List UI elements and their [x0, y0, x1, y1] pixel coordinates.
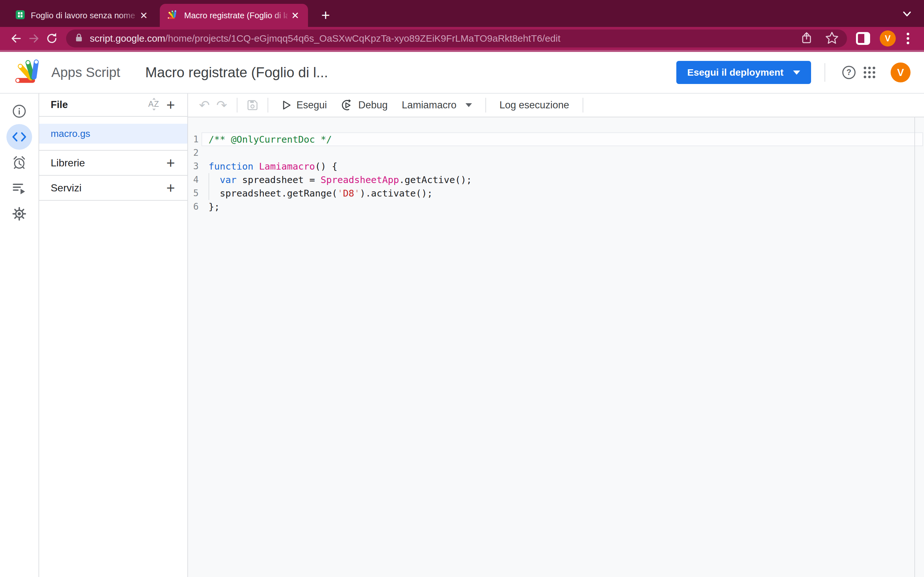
tab-search-chevron-down-icon[interactable]: [901, 10, 913, 20]
forward-icon[interactable]: [25, 29, 43, 47]
browser-window: Foglio di lavoro senza nome - F ✕ Macro …: [0, 0, 924, 577]
editor-toolbar: ↶ ↷ Esegui Debug Lamiamacro: [188, 93, 924, 117]
execution-log-label: Log esecuzione: [499, 99, 569, 111]
url-bar-actions: [801, 31, 838, 45]
file-panel: File A Z + macro.gs Librerie + Serviz: [39, 93, 188, 577]
rail-settings-gear-icon[interactable]: [6, 201, 32, 227]
toolbar-divider: [583, 98, 583, 113]
code-line: [208, 146, 911, 160]
rail-executions-icon[interactable]: [6, 175, 32, 201]
deploy-button-label: Esegui il deployment: [687, 67, 783, 78]
new-tab-button[interactable]: +: [317, 6, 335, 24]
deploy-caret-icon: [793, 71, 800, 75]
share-icon[interactable]: [801, 31, 813, 45]
browser-tab-sheets[interactable]: Foglio di lavoro senza nome - F ✕: [8, 4, 157, 27]
product-name[interactable]: Apps Script: [51, 65, 120, 80]
code-line: /** @OnlyCurrentDoc */: [208, 133, 911, 146]
services-label: Servizi: [51, 182, 162, 194]
browser-avatar[interactable]: V: [880, 31, 896, 47]
deploy-button[interactable]: Esegui il deployment: [676, 61, 811, 84]
account-avatar[interactable]: V: [891, 63, 911, 82]
toolbar-divider: [268, 98, 268, 113]
execution-log-button[interactable]: Log esecuzione: [493, 95, 576, 115]
app-header: Apps Script Macro registrate (Foglio di …: [0, 52, 924, 93]
rail-editor-code-icon[interactable]: [6, 124, 32, 150]
add-library-plus-icon[interactable]: +: [162, 154, 179, 171]
apps-script-icon: [167, 10, 178, 21]
rail-triggers-alarm-clock-icon[interactable]: [6, 150, 32, 175]
code-line: var spreadsheet = SpreadsheetApp.getActi…: [208, 173, 911, 187]
file-item-macro-gs[interactable]: macro.gs: [39, 124, 187, 143]
url-bar[interactable]: script.google.com/home/projects/1CQ-eGjm…: [66, 29, 847, 47]
back-icon[interactable]: [7, 29, 25, 47]
line-numbers: 123456: [188, 133, 199, 213]
run-button[interactable]: Esegui: [275, 95, 334, 115]
header-divider: [825, 63, 825, 82]
run-label: Esegui: [296, 99, 327, 111]
side-rail: [0, 93, 39, 577]
main-content: File A Z + macro.gs Librerie + Serviz: [0, 93, 924, 577]
svg-text:Z: Z: [154, 99, 159, 108]
file-list-gap: [39, 143, 187, 151]
lock-icon: [74, 33, 83, 44]
url-domain: script.google.com: [90, 33, 165, 44]
side-panel-icon[interactable]: [854, 29, 872, 47]
browser-tab-apps-script[interactable]: Macro registrate (Foglio di lavo ✕: [160, 4, 308, 27]
debug-label: Debug: [359, 99, 388, 111]
url-path: /home/projects/1CQ-eGjmqq54q6s_OaSXwCqKp…: [165, 33, 561, 44]
browser-menu-icon[interactable]: [899, 29, 917, 47]
redo-icon[interactable]: ↷: [213, 99, 230, 111]
toolbar-divider: [237, 98, 237, 113]
libraries-section: Librerie +: [39, 151, 187, 176]
code-line: function Lamiamacro() {: [208, 160, 911, 173]
help-icon[interactable]: ?: [838, 62, 859, 83]
header-actions: Esegui il deployment ? V: [676, 61, 911, 84]
indent-guide: [208, 173, 209, 200]
editor-column: ↶ ↷ Esegui Debug Lamiamacro: [188, 93, 924, 577]
macro-selector-label: Lamiamacro: [402, 99, 457, 111]
svg-text:A: A: [148, 99, 153, 108]
google-apps-grid-icon[interactable]: [859, 62, 880, 83]
add-service-plus-icon[interactable]: +: [162, 179, 179, 197]
reload-icon[interactable]: [43, 29, 61, 47]
bookmark-star-icon[interactable]: [825, 31, 838, 45]
rail-overview-info-icon[interactable]: [6, 98, 32, 124]
save-icon[interactable]: [244, 99, 261, 111]
code-lines[interactable]: /** @OnlyCurrentDoc */function Lamiamacr…: [208, 133, 911, 213]
tab-title-fade: [119, 4, 141, 27]
undo-icon[interactable]: ↶: [196, 99, 213, 111]
file-panel-title: File: [51, 99, 145, 111]
debug-button[interactable]: Debug: [334, 95, 395, 115]
file-panel-header: File A Z +: [39, 93, 187, 117]
macro-selector-dropdown[interactable]: Lamiamacro: [395, 95, 479, 115]
editor-scrollbar-track[interactable]: [914, 117, 915, 577]
tab-title-fade: [270, 4, 292, 27]
services-section: Servizi +: [39, 176, 187, 201]
browser-navbar: script.google.com/home/projects/1CQ-eGjm…: [0, 27, 924, 50]
browser-tab-bar: Foglio di lavoro senza nome - F ✕ Macro …: [0, 0, 924, 27]
dropdown-caret-icon: [465, 103, 472, 107]
add-file-plus-icon[interactable]: +: [162, 96, 179, 113]
svg-text:?: ?: [846, 68, 851, 77]
sort-az-icon[interactable]: A Z: [145, 96, 162, 114]
toolbar-divider: [485, 98, 486, 113]
code-line: spreadsheet.getRange('D8').activate();: [208, 187, 911, 200]
project-title[interactable]: Macro registrate (Foglio di l...: [145, 64, 328, 81]
code-line: };: [208, 200, 911, 213]
apps-script-logo: [13, 59, 44, 85]
url-text: script.google.com/home/projects/1CQ-eGjm…: [90, 33, 793, 44]
code-editor[interactable]: 123456 /** @OnlyCurrentDoc */function La…: [188, 117, 924, 577]
libraries-label: Librerie: [51, 157, 162, 169]
google-sheets-icon: [15, 10, 25, 21]
